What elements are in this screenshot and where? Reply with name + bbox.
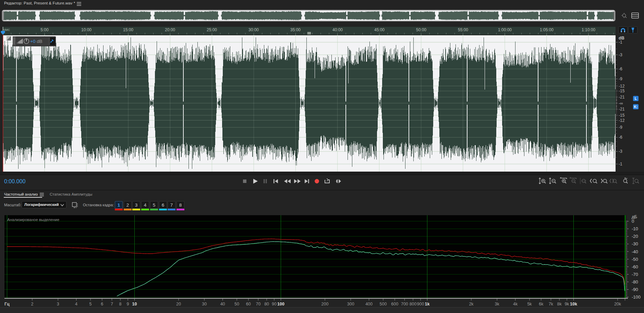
- svg-text:-1: -1: [619, 40, 622, 45]
- svg-text:-6: -6: [619, 67, 622, 71]
- svg-text:50: 50: [234, 302, 239, 306]
- svg-text:L: L: [635, 96, 637, 101]
- svg-text:200: 200: [321, 302, 329, 306]
- svg-text:-21: -21: [619, 95, 625, 100]
- svg-text:-15: -15: [619, 113, 625, 118]
- svg-text:-12: -12: [619, 118, 625, 123]
- svg-text:9k: 9k: [564, 302, 569, 306]
- svg-text:-6: -6: [619, 135, 622, 140]
- svg-text:-21: -21: [619, 107, 625, 112]
- svg-text:-90: -90: [632, 287, 638, 292]
- svg-text:10k: 10k: [570, 302, 577, 306]
- svg-text:2: 2: [31, 302, 34, 306]
- svg-text:-70: -70: [632, 272, 638, 277]
- svg-text:300: 300: [347, 302, 354, 306]
- svg-text:-10: -10: [632, 226, 638, 231]
- svg-text:700: 700: [401, 302, 408, 306]
- svg-text:800: 800: [410, 302, 417, 306]
- svg-text:-1: -1: [619, 162, 622, 166]
- svg-text:1k: 1k: [425, 302, 430, 306]
- svg-text:dB: dB: [37, 39, 42, 44]
- svg-text:-3: -3: [619, 149, 622, 154]
- svg-text:3: 3: [57, 302, 59, 306]
- svg-text:7: 7: [111, 302, 113, 306]
- svg-text:-15: -15: [619, 89, 625, 93]
- svg-text:30: 30: [202, 302, 207, 306]
- svg-text:80: 80: [264, 302, 269, 306]
- svg-text:-20: -20: [632, 234, 638, 239]
- svg-text:100: 100: [277, 302, 284, 306]
- svg-text:10: 10: [132, 302, 137, 306]
- svg-text:0: 0: [632, 219, 634, 224]
- svg-text:500: 500: [380, 302, 387, 306]
- svg-text:-12: -12: [619, 84, 625, 89]
- svg-text:-9: -9: [619, 125, 622, 130]
- svg-text:70: 70: [256, 302, 260, 306]
- svg-text:Анализированое выделение: Анализированое выделение: [7, 218, 59, 222]
- svg-text:90: 90: [272, 302, 277, 306]
- svg-text:3k: 3k: [495, 302, 500, 306]
- svg-text:5k: 5k: [527, 302, 532, 306]
- svg-text:60: 60: [246, 302, 251, 306]
- svg-text:5: 5: [89, 302, 92, 306]
- svg-text:4: 4: [75, 302, 77, 306]
- svg-text:-9: -9: [619, 77, 622, 81]
- svg-text:-60: -60: [632, 264, 638, 269]
- svg-text:-50: -50: [632, 257, 638, 262]
- svg-text:40: 40: [220, 302, 225, 306]
- svg-text:-40: -40: [632, 249, 638, 254]
- svg-text:-100: -100: [632, 294, 641, 300]
- svg-text:7k: 7k: [549, 302, 554, 306]
- svg-text:8: 8: [119, 302, 122, 306]
- svg-text:-30: -30: [632, 241, 638, 246]
- svg-text:20k: 20k: [614, 302, 621, 306]
- svg-text:-∞: -∞: [619, 101, 623, 106]
- svg-text:6k: 6k: [539, 302, 544, 306]
- svg-text:-3: -3: [619, 53, 622, 57]
- svg-text:900: 900: [417, 302, 424, 306]
- svg-text:600: 600: [391, 302, 398, 306]
- svg-text:K:: K:: [634, 105, 637, 109]
- svg-text:2k: 2k: [469, 302, 474, 306]
- svg-text:Гц: Гц: [4, 302, 10, 306]
- svg-text:8k: 8k: [557, 302, 562, 306]
- svg-text:-80: -80: [632, 279, 638, 285]
- svg-text:dB: dB: [619, 36, 624, 40]
- svg-text:9: 9: [127, 302, 129, 306]
- svg-text:6: 6: [101, 302, 103, 306]
- svg-text:4k: 4k: [513, 302, 518, 306]
- svg-text:20: 20: [176, 302, 181, 306]
- svg-text:400: 400: [365, 302, 373, 306]
- svg-text:+0: +0: [30, 39, 35, 44]
